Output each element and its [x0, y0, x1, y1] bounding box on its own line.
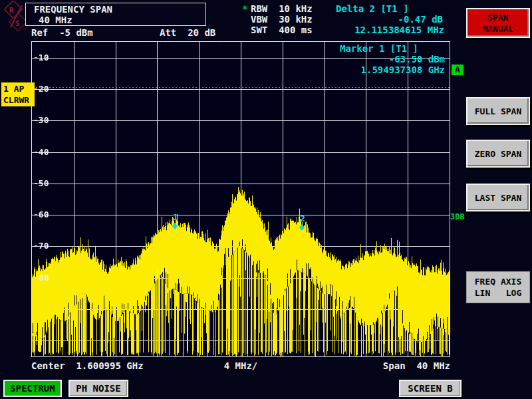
- param-value: 40 MHz: [39, 15, 72, 25]
- rs-logo: R S: [3, 1, 28, 33]
- y-axis-label: -70: [33, 241, 49, 251]
- delta-marker-level: -0.47 dB: [306, 14, 443, 25]
- span-label: Span 40 MHz: [297, 360, 450, 371]
- y-axis-label: -40: [33, 147, 49, 157]
- svg-text:S: S: [15, 19, 20, 28]
- spectrum-analyzer-screen: R S FREQUENCY SPAN 40 MHz Ref -5 dBm Att…: [0, 0, 532, 399]
- y-axis-label: -50: [33, 178, 49, 188]
- y-axis-label: -30: [33, 115, 49, 125]
- delta-marker-frequency: 12.115384615 MHz: [306, 25, 444, 35]
- attenuation-label: Att 20 dB: [160, 27, 215, 38]
- hotkey-ph-noise[interactable]: PH NOISE: [68, 380, 128, 397]
- marker1-level: -63.50 dBm: [320, 54, 445, 65]
- coupled-star-indicator: *: [242, 3, 247, 14]
- y-axis-label: -80: [33, 273, 49, 283]
- spectrum-trace-canvas: [32, 42, 450, 356]
- delta-marker-title: Delta 2 [T1 ]: [336, 3, 409, 14]
- hotkey-spectrum[interactable]: SPECTRUM: [3, 380, 62, 397]
- marker1-frequency: 1.594937308 GHz: [320, 65, 445, 75]
- y-axis-label: -10: [33, 53, 49, 63]
- measurement-diagram: Marker 1 [T1 ] -63.50 dBm 1.594937308 GH…: [31, 41, 450, 357]
- softkey-freq-axis-lin-log[interactable]: FREQ AXIS LIN LOG: [466, 271, 530, 303]
- trace-mode-label: 1 APCLRWR: [1, 82, 35, 106]
- svg-text:R: R: [9, 6, 14, 15]
- screen-a-badge[interactable]: A: [452, 65, 464, 75]
- param-title: FREQUENCY SPAN: [34, 4, 112, 15]
- vbw-label: VBW 30 kHz: [251, 14, 313, 25]
- y-axis-label: -60: [33, 209, 49, 219]
- rbw-label: RBW 10 kHz: [251, 3, 313, 14]
- bandwidth-3db-label: 3DB: [450, 211, 465, 222]
- softkey-full-span[interactable]: FULL SPAN: [466, 97, 530, 125]
- softkey-last-span[interactable]: LAST SPAN: [466, 184, 530, 211]
- softkey-zero-span[interactable]: ZERO SPAN: [466, 140, 530, 168]
- ref-level-label: Ref -5 dBm: [31, 27, 93, 38]
- frequency-span-entry-box[interactable]: FREQUENCY SPAN 40 MHz: [25, 3, 206, 26]
- y-axis-label: -20: [33, 84, 49, 94]
- swt-label: SWT 400 ms: [251, 25, 313, 35]
- softkey-span-manual[interactable]: SPAN MANUAL: [466, 8, 530, 38]
- hotkey-screen-b[interactable]: SCREEN B: [399, 380, 462, 397]
- marker1-title: Marker 1 [T1 ]: [340, 43, 418, 54]
